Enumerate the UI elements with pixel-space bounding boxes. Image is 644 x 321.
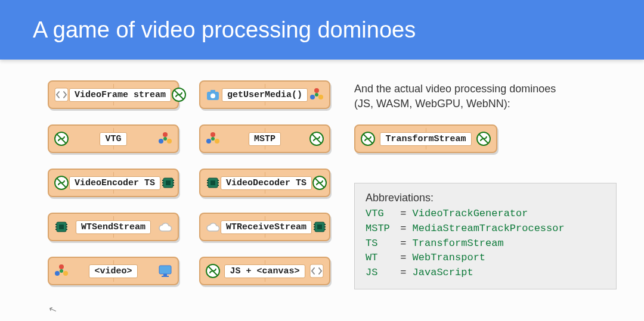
cloud-icon — [205, 219, 221, 235]
domino: JS + <canvas> — [199, 257, 330, 285]
streams-icon — [205, 263, 221, 279]
dominoes-grid: VideoFrame streamgetUserMedia()VTGMSTPVi… — [48, 80, 330, 289]
domino: WTReceiveStream — [199, 213, 330, 241]
domino: VideoEncoder TS — [48, 169, 179, 197]
abbrev-key: JS — [366, 266, 394, 281]
domino: getUserMedia() — [199, 80, 330, 109]
streams-icon — [476, 131, 491, 147]
chip-icon — [205, 175, 221, 191]
abbrev-equals: = — [394, 238, 413, 249]
chip-icon — [160, 175, 176, 191]
domino-label: JS + <canvas> — [224, 264, 305, 278]
abbrev-equals: = — [394, 223, 413, 234]
abbrev-value: JavaScript — [413, 267, 473, 278]
domino-label: VideoFrame stream — [69, 88, 171, 102]
camera-icon — [205, 87, 221, 102]
abbrev-value: TransformStream — [413, 238, 504, 249]
domino: MSTP — [199, 124, 330, 153]
chip-icon — [312, 219, 327, 235]
domino-label: <video> — [89, 264, 137, 278]
streams-icon — [312, 175, 327, 191]
domino: VTG — [48, 124, 179, 153]
abbreviations-title: Abbreviations: — [366, 192, 605, 204]
abbrev-value: WebTransport — [413, 252, 485, 263]
slide-title: A game of video processing dominoes — [33, 17, 416, 43]
abbrev-row: VTG = VideoTrackGenerator — [366, 207, 605, 222]
cursor-icon: ↖ — [47, 303, 58, 316]
domino: WTSendStream — [48, 213, 179, 241]
code-icon — [54, 87, 69, 102]
domino-label: WTReceiveStream — [221, 220, 312, 234]
abbrev-value: MediaStreamTrackProcessor — [413, 223, 565, 234]
monitor-icon — [157, 263, 173, 279]
abbrev-key: TS — [366, 236, 394, 251]
streams-icon — [171, 87, 187, 102]
domino: VideoFrame stream — [48, 80, 179, 109]
right-column: And the actual video processing dominoes… — [354, 80, 620, 289]
abbrev-value: VideoTrackGenerator — [413, 208, 528, 219]
domino: <video> — [48, 257, 179, 285]
streams-icon — [54, 131, 69, 147]
slide-header: A game of video processing dominoes — [0, 0, 644, 60]
webrtc-icon — [309, 87, 324, 102]
chip-icon — [54, 219, 69, 235]
abbrev-equals: = — [394, 267, 413, 278]
webrtc-icon — [54, 263, 69, 279]
abbrev-equals: = — [394, 208, 413, 219]
webrtc-icon — [157, 131, 173, 147]
code-icon — [309, 263, 324, 279]
transform-domino-wrap: TransformStream — [354, 124, 620, 153]
domino-label: VTG — [100, 132, 126, 146]
domino-label: VideoEncoder TS — [69, 176, 160, 190]
streams-icon — [309, 131, 324, 147]
subtitle-line2: (JS, WASM, WebGPU, WebNN): — [354, 98, 510, 110]
streams-icon — [360, 131, 376, 147]
abbrev-equals: = — [394, 252, 413, 263]
webrtc-icon — [205, 131, 221, 147]
slide-content: VideoFrame streamgetUserMedia()VTGMSTPVi… — [0, 60, 644, 289]
abbrev-row: JS = JavaScript — [366, 266, 605, 281]
domino-transformstream: TransformStream — [354, 124, 497, 153]
abbreviations-list: VTG = VideoTrackGeneratorMSTP = MediaStr… — [366, 207, 605, 280]
domino-label: VideoDecoder TS — [221, 176, 312, 190]
abbrev-key: VTG — [366, 207, 394, 222]
domino-label: MSTP — [249, 132, 281, 146]
abbrev-row: WT = WebTransport — [366, 251, 605, 266]
domino-label: WTSendStream — [76, 220, 151, 234]
domino: VideoDecoder TS — [199, 169, 330, 197]
abbreviations-box: Abbreviations: VTG = VideoTrackGenerator… — [354, 183, 617, 289]
abbrev-row: TS = TransformStream — [366, 236, 605, 251]
abbrev-key: WT — [366, 251, 394, 266]
abbrev-key: MSTP — [366, 222, 394, 236]
cloud-icon — [157, 219, 173, 235]
streams-icon — [54, 175, 69, 191]
abbrev-row: MSTP = MediaStreamTrackProcessor — [366, 222, 605, 236]
domino-label: TransformStream — [380, 132, 471, 146]
subtitle: And the actual video processing dominoes… — [354, 82, 620, 111]
domino-label: getUserMedia() — [222, 88, 308, 102]
subtitle-line1: And the actual video processing dominoes — [354, 83, 556, 95]
